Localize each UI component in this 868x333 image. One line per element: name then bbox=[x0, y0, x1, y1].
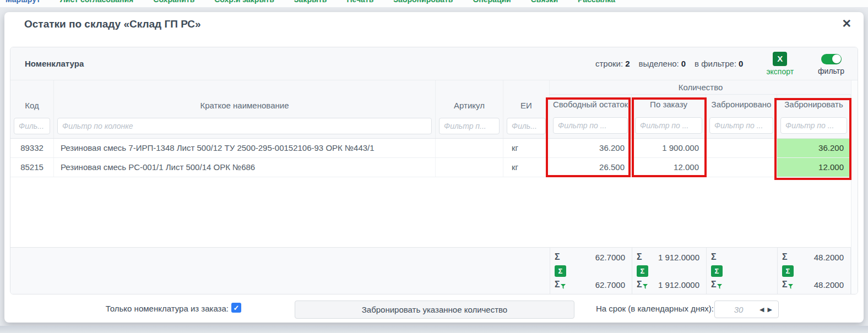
sum-selected-icon[interactable]: Σ bbox=[637, 265, 648, 277]
column-header-to-reserve[interactable]: Забронировать bbox=[777, 95, 850, 114]
column-unit: ЕИ bbox=[503, 80, 550, 138]
table-row[interactable]: 85215 Резиновая смесь РС-001/1 Лист 500/… bbox=[10, 158, 858, 177]
only-from-order-checkbox[interactable]: ✓ bbox=[231, 303, 241, 313]
rows-counter-label: строки: bbox=[595, 59, 623, 68]
selected-counter-label: выделено: bbox=[638, 59, 679, 68]
term-days-input[interactable]: 30 ◀ ▶ bbox=[714, 301, 779, 318]
cell-to-reserve[interactable]: 12.000 bbox=[777, 158, 851, 177]
vertical-scrollbar[interactable] bbox=[851, 80, 858, 294]
sum-total-icon: Σ bbox=[782, 252, 788, 262]
only-from-order-label: Только номенклатура из заказа: bbox=[91, 304, 229, 313]
summary-on-order-total: 1 912.0000 bbox=[658, 253, 699, 262]
filter-input-to-reserve[interactable] bbox=[780, 117, 847, 134]
term-days-value: 30 bbox=[719, 305, 758, 314]
cell-to-reserve[interactable]: 36.200 bbox=[777, 139, 851, 157]
panel-header: Номенклатура строки:2 выделено:0 в фильт… bbox=[10, 47, 858, 80]
stepper-left-icon[interactable]: ◀ bbox=[758, 306, 766, 313]
cell-reserved bbox=[706, 139, 777, 157]
top-menu-bar: Маршрут Лист согласования Сохранить Сохр… bbox=[0, 0, 868, 7]
reserve-quantity-button[interactable]: Забронировать указанное количество bbox=[295, 301, 574, 319]
summary-to-reserve-filtered: 48.2000 bbox=[814, 280, 844, 290]
summary-free-stock-filtered: 62.7000 bbox=[595, 280, 625, 290]
sum-selected-icon[interactable]: Σ bbox=[782, 265, 794, 277]
menu-item-approval-sheet[interactable]: Лист согласования bbox=[60, 0, 133, 4]
filter-input-on-order[interactable] bbox=[635, 117, 702, 134]
menu-item-links[interactable]: Связки bbox=[531, 0, 558, 4]
summary-reserved: Σ Σ Σ bbox=[706, 248, 777, 294]
filtered-counter-value: 0 bbox=[739, 59, 743, 68]
table-row[interactable]: 89332 Резиновая смесь 7-ИРП-1348 Лист 50… bbox=[10, 139, 858, 158]
sum-selected-icon[interactable]: Σ bbox=[711, 265, 723, 277]
summary-on-order: Σ1 912.0000 Σ Σ1 912.0000 bbox=[632, 248, 706, 294]
cell-free-stock: 26.500 bbox=[550, 158, 632, 177]
excel-icon: X bbox=[773, 52, 787, 66]
cell-name: Резиновая смесь РС-001/1 Лист 500/14 ОРК… bbox=[54, 158, 436, 177]
filter-input-name[interactable] bbox=[57, 118, 432, 134]
filter-funnel-icon bbox=[788, 284, 793, 289]
menu-item-print[interactable]: Печать bbox=[346, 0, 373, 4]
menu-item-mailing[interactable]: Рассылка bbox=[578, 0, 615, 4]
selected-counter: выделено:0 bbox=[638, 59, 686, 68]
summary-on-order-filtered: 1 912.0000 bbox=[658, 280, 699, 290]
menu-item-save[interactable]: Сохранить bbox=[153, 0, 194, 4]
filtered-counter-label: в фильтре: bbox=[695, 59, 736, 68]
close-icon[interactable]: ✕ bbox=[842, 16, 851, 31]
cell-article bbox=[436, 158, 503, 177]
filtered-counter: в фильтре:0 bbox=[695, 59, 743, 68]
menu-item-save-close[interactable]: Сохр.и закрыть bbox=[214, 0, 274, 4]
column-header-reserved[interactable]: Забронировано bbox=[706, 95, 777, 114]
rows-counter-value: 2 bbox=[625, 59, 630, 68]
column-header-code[interactable]: Код bbox=[10, 80, 53, 115]
cell-on-order: 1 900.000 bbox=[632, 139, 706, 157]
menu-item-close[interactable]: Закрыть bbox=[294, 0, 327, 4]
column-name: Краткое наименование bbox=[54, 80, 436, 138]
cell-name: Резиновая смесь 7-ИРП-1348 Лист 500/12 Т… bbox=[54, 139, 436, 157]
page-title: Остатки по складу «Склад ГП РС» bbox=[24, 18, 201, 30]
export-button[interactable]: X экспорт bbox=[766, 52, 794, 76]
cell-on-order: 12.000 bbox=[632, 158, 706, 177]
cell-code: 89332 bbox=[10, 139, 54, 157]
quantity-group-header: Количество bbox=[550, 80, 851, 95]
sum-total-icon: Σ bbox=[711, 252, 717, 262]
filter-toggle[interactable]: фильтр bbox=[818, 52, 844, 75]
rows-counter: строки:2 bbox=[595, 59, 630, 68]
summary-free-stock-total: 62.7000 bbox=[595, 253, 625, 262]
filter-funnel-icon bbox=[561, 284, 566, 289]
menu-item-operations[interactable]: Операции bbox=[473, 0, 511, 4]
menu-item-route[interactable]: Маршрут bbox=[6, 0, 40, 4]
sum-filtered-icon: Σ bbox=[555, 280, 560, 290]
cell-unit: кг bbox=[503, 139, 550, 157]
table-header: Количество Код Краткое наименование Арти… bbox=[10, 80, 858, 139]
selected-counter-value: 0 bbox=[681, 59, 686, 68]
filter-input-article[interactable] bbox=[439, 118, 500, 134]
column-header-name[interactable]: Краткое наименование bbox=[54, 80, 435, 115]
page-background-strip bbox=[0, 326, 868, 333]
summary-row: Σ62.7000 Σ Σ62.7000 Σ1 912.0000 Σ Σ1 912… bbox=[10, 247, 858, 294]
column-header-article[interactable]: Артикул bbox=[436, 80, 503, 115]
section-title: Номенклатура bbox=[25, 59, 84, 68]
table-empty-area bbox=[10, 177, 858, 247]
sum-selected-icon[interactable]: Σ bbox=[555, 265, 566, 277]
filter-funnel-icon bbox=[643, 284, 648, 289]
summary-free-stock: Σ62.7000 Σ Σ62.7000 bbox=[550, 248, 632, 294]
cell-article bbox=[436, 139, 503, 157]
menu-item-reserve[interactable]: Забронировать bbox=[393, 0, 453, 4]
filter-input-unit[interactable] bbox=[507, 118, 546, 134]
grid-counters: строки:2 выделено:0 в фильтре:0 bbox=[595, 59, 743, 68]
column-header-free-stock[interactable]: Свободный остаток bbox=[550, 95, 631, 114]
cell-code: 85215 bbox=[10, 158, 54, 177]
filter-input-free-stock[interactable] bbox=[553, 117, 628, 134]
top-menu-row: Маршрут Лист согласования Сохранить Сохр… bbox=[6, 0, 615, 4]
column-header-on-order[interactable]: По заказу bbox=[632, 95, 706, 114]
sum-filtered-icon: Σ bbox=[782, 280, 788, 290]
stepper-right-icon[interactable]: ▶ bbox=[766, 306, 774, 313]
column-header-unit[interactable]: ЕИ bbox=[503, 80, 549, 115]
filter-input-reserved[interactable] bbox=[709, 117, 773, 134]
toggle-knob bbox=[832, 54, 841, 63]
filter-input-code[interactable] bbox=[14, 118, 50, 134]
nomenclature-panel: Номенклатура строки:2 выделено:0 в фильт… bbox=[10, 47, 858, 294]
term-days-label: На срок (в календарных днях): bbox=[596, 304, 714, 313]
footer-controls: Только номенклатура из заказа: ✓ Заброни… bbox=[4, 294, 864, 323]
sum-filtered-icon: Σ bbox=[637, 280, 642, 290]
toggle-track bbox=[821, 54, 842, 64]
